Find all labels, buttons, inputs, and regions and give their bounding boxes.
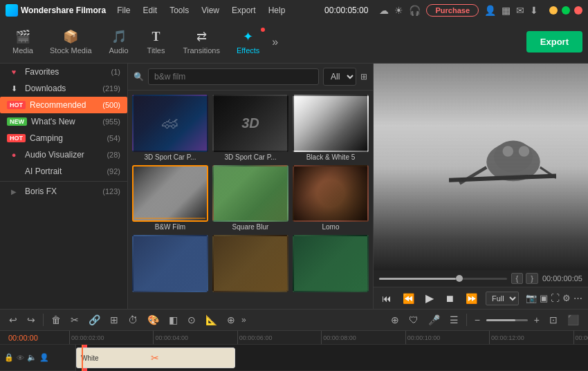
pip-icon[interactable]: ▣ bbox=[540, 293, 548, 303]
panel-item-downloads[interactable]: ⬇ Downloads (219) bbox=[0, 80, 127, 97]
track1-toggle[interactable]: 👁 bbox=[17, 354, 24, 362]
undo-button[interactable]: ↩ bbox=[6, 312, 21, 327]
svg-point-2 bbox=[502, 146, 513, 157]
menu-edit[interactable]: Edit bbox=[137, 4, 163, 17]
menu-view[interactable]: View bbox=[196, 4, 225, 17]
snap-button[interactable]: ⊕ bbox=[387, 312, 403, 327]
purchase-button[interactable]: Purchase bbox=[426, 4, 479, 17]
track1-lock[interactable]: 🔒 bbox=[4, 353, 14, 362]
recommended-badge: HOT bbox=[7, 101, 26, 109]
frame-forward-button[interactable]: ⏩ bbox=[463, 292, 480, 305]
grid-toggle-icon[interactable]: ⊞ bbox=[360, 72, 367, 82]
zoom-in-button[interactable]: + bbox=[531, 312, 543, 327]
tool-titles[interactable]: T Titles bbox=[139, 27, 174, 57]
mark-button[interactable]: ⬛ bbox=[564, 312, 582, 327]
skip-back-button[interactable]: ⏮ bbox=[379, 292, 394, 305]
search-icon: 🔍 bbox=[134, 72, 144, 82]
snapshot-icon[interactable]: 📷 bbox=[526, 293, 537, 303]
preview-screen bbox=[374, 64, 588, 270]
magnet-button[interactable]: 🛡 bbox=[405, 312, 422, 327]
tool-effects[interactable]: ✦ Effects bbox=[230, 26, 266, 57]
sun-icon[interactable]: ☀ bbox=[394, 5, 403, 16]
panel-item-boris-fx[interactable]: ▶ Boris FX (123) bbox=[0, 183, 127, 200]
effect-r1[interactable] bbox=[132, 235, 208, 294]
edit-more-icon[interactable]: » bbox=[241, 315, 246, 325]
settings-icon[interactable]: ⚙ bbox=[562, 293, 571, 303]
ruler-mark-7: 00:00:14:00 bbox=[573, 331, 588, 345]
effects-panel: 🔍 All ⊞ 🏎 3D Sport Car P... 3D 3D Sport … bbox=[128, 64, 374, 309]
preview-progress-slider[interactable] bbox=[379, 278, 507, 280]
effect-r2[interactable] bbox=[212, 235, 288, 294]
export-button[interactable]: Export bbox=[526, 31, 582, 53]
frame-back-button[interactable]: ⏪ bbox=[400, 292, 417, 305]
more-icon[interactable]: ⋯ bbox=[573, 293, 582, 303]
tool-audio[interactable]: 🎵 Audio bbox=[102, 26, 136, 57]
ai-portrait-label: AI Portrait bbox=[25, 167, 100, 176]
preview-slider-thumb[interactable] bbox=[456, 275, 463, 282]
layout-icon[interactable]: ▦ bbox=[502, 5, 511, 16]
download-icon[interactable]: ⬇ bbox=[530, 5, 538, 16]
cloud-icon[interactable]: ☁ bbox=[379, 5, 389, 16]
transform-button[interactable]: ◧ bbox=[165, 312, 181, 327]
tool-transitions[interactable]: ⇄ Transitions bbox=[176, 26, 227, 57]
redo-button[interactable]: ↪ bbox=[24, 312, 39, 327]
panel-item-favorites[interactable]: ♥ Favorites (1) bbox=[0, 64, 127, 80]
out-point-button[interactable]: } bbox=[526, 273, 538, 284]
in-point-button[interactable]: { bbox=[511, 273, 524, 284]
effect-squarblur[interactable]: Square Blur bbox=[212, 165, 288, 231]
downloads-count: (219) bbox=[102, 84, 120, 93]
effect-lomo[interactable]: Lomo bbox=[293, 165, 369, 231]
minimize-button[interactable] bbox=[549, 6, 558, 15]
panel-item-whats-new[interactable]: NEW What's New (955) bbox=[0, 113, 127, 130]
effect-bw5[interactable]: Black & White 5 bbox=[293, 95, 369, 161]
left-panel: ♥ Favorites (1) ⬇ Downloads (219) HOT Re… bbox=[0, 64, 128, 309]
stop-button[interactable]: ⏹ bbox=[442, 292, 457, 305]
track1-solo[interactable]: 👤 bbox=[39, 353, 49, 362]
subtitle-button[interactable]: ☰ bbox=[446, 312, 462, 327]
panel-item-camping[interactable]: HOT Camping (54) bbox=[0, 130, 127, 146]
tool-stock-media[interactable]: 📦 Stock Media bbox=[43, 26, 99, 57]
effect-3dsport2[interactable]: 3D 3D Sport Car P... bbox=[212, 95, 288, 161]
zoom-out-button[interactable]: − bbox=[471, 312, 484, 327]
menu-file[interactable]: File bbox=[111, 4, 136, 17]
voice-button[interactable]: 🎤 bbox=[425, 312, 443, 327]
track1-mute[interactable]: 🔈 bbox=[27, 353, 37, 362]
account-icon[interactable]: 👤 bbox=[484, 5, 496, 16]
close-button[interactable] bbox=[574, 6, 582, 15]
quality-select[interactable]: Full 1/2 1/4 bbox=[486, 292, 519, 305]
tool-media[interactable]: 🎬 Media bbox=[6, 26, 40, 57]
toolbar-more-icon[interactable]: » bbox=[269, 33, 281, 51]
color-button[interactable]: 🎨 bbox=[144, 312, 163, 327]
headphone-icon[interactable]: 🎧 bbox=[409, 5, 421, 16]
toolbar-divider-1 bbox=[43, 314, 44, 326]
play-button[interactable]: ▶ bbox=[423, 290, 437, 306]
effect-bwfilm[interactable]: B&W Film bbox=[132, 165, 208, 231]
effect-3dsport1[interactable]: 🏎 3D Sport Car P... bbox=[132, 95, 208, 161]
panel-item-audio-visualizer[interactable]: ● Audio Visualizer (28) bbox=[0, 146, 127, 163]
crop-button[interactable]: ⊞ bbox=[107, 312, 122, 327]
delete-button[interactable]: 🗑 bbox=[48, 312, 64, 327]
message-icon[interactable]: ✉ bbox=[516, 5, 524, 16]
zoom-icon[interactable]: ⛶ bbox=[551, 293, 560, 303]
adjust-button[interactable]: 📐 bbox=[202, 312, 221, 327]
maximize-button[interactable] bbox=[562, 6, 570, 15]
menu-tools[interactable]: Tools bbox=[164, 4, 194, 17]
stabilize-button[interactable]: ⊙ bbox=[184, 312, 199, 327]
timer-button[interactable]: ⏱ bbox=[125, 312, 141, 327]
audio-adjust-button[interactable]: ⊕ bbox=[223, 312, 239, 327]
panel-item-ai-portrait[interactable]: AI Portrait (92) bbox=[0, 163, 127, 180]
filter-select[interactable]: All bbox=[323, 68, 356, 86]
recommended-label: Recommended bbox=[30, 100, 95, 110]
fit-button[interactable]: ⊡ bbox=[546, 312, 561, 327]
link-button[interactable]: 🔗 bbox=[85, 312, 104, 327]
zoom-slider[interactable] bbox=[486, 319, 528, 321]
menu-export[interactable]: Export bbox=[226, 4, 261, 17]
menu-help[interactable]: Help bbox=[263, 4, 291, 17]
panel-divider bbox=[0, 181, 127, 182]
effect-r3[interactable] bbox=[293, 235, 369, 294]
edit-toolbar: ↩ ↪ 🗑 ✂ 🔗 ⊞ ⏱ 🎨 ◧ ⊙ 📐 ⊕ » ⊕ 🛡 🎤 ☰ − + ⊡ … bbox=[0, 309, 588, 331]
search-input[interactable] bbox=[148, 68, 319, 85]
scissors-icon: ✂ bbox=[151, 352, 159, 363]
panel-item-recommended[interactable]: HOT Recommended (500) bbox=[0, 97, 127, 113]
cut-button[interactable]: ✂ bbox=[67, 312, 82, 327]
